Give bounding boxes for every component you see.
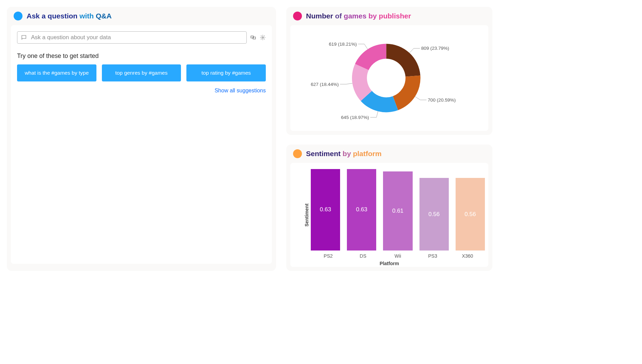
qa-title: Ask a question with Q&A (27, 12, 112, 20)
donut-slice-label: 627 (18.44%) (311, 82, 339, 87)
qa-card-body: Try one of these to get started what is … (11, 25, 272, 264)
qa-card: Ask a question with Q&A Try one of these… (7, 7, 276, 271)
suggestion-button[interactable]: top genres by #games (102, 64, 181, 81)
bar-value-label: 0.61 (383, 171, 412, 251)
bar-xlabel: Platform (380, 261, 399, 266)
bar[interactable]: 0.56 (456, 166, 485, 251)
qa-helper-text: Try one of these to get started (17, 52, 266, 60)
suggestion-button[interactable]: what is the #games by type (17, 64, 96, 81)
bar-ylabel: Sentiment (304, 203, 309, 227)
bar-card-body: Sentiment 0.630.630.610.560.56 PS2DSWiiP… (290, 163, 488, 267)
bar-category-label: DS (346, 253, 380, 259)
donut-dot-icon (293, 12, 302, 20)
bar-dot-icon (293, 149, 302, 158)
bar-chart: 0.630.630.610.560.56 (311, 166, 485, 251)
related-icon[interactable] (250, 34, 256, 41)
bar[interactable]: 0.56 (419, 166, 449, 251)
bar-category-label: Wii (380, 253, 415, 259)
qa-dot-icon (14, 12, 22, 20)
donut-slice-label: 809 (23.79%) (421, 46, 449, 51)
chat-icon (21, 34, 27, 41)
donut-card-body: 809 (23.79%)700 (20.59%)645 (18.97%)627 … (290, 25, 488, 131)
qa-card-header: Ask a question with Q&A (7, 7, 276, 25)
bar-value-label: 0.56 (456, 178, 485, 251)
bar-value-label: 0.63 (347, 169, 376, 251)
svg-point-2 (262, 37, 264, 39)
bar-title: Sentiment by platform (306, 150, 382, 158)
bar-value-label: 0.56 (419, 178, 449, 251)
bar-xaxis-labels: PS2DSWiiPS3X360 (311, 253, 485, 259)
bar-card-header: Sentiment by platform (286, 145, 492, 163)
gear-icon[interactable] (260, 34, 266, 41)
donut-slice-label: 700 (20.59%) (428, 97, 456, 103)
bar-card: Sentiment by platform Sentiment 0.630.63… (286, 145, 492, 271)
bar-value-label: 0.63 (311, 169, 340, 251)
bar-category-label: X360 (450, 253, 485, 259)
bar-category-label: PS3 (415, 253, 450, 259)
donut-title: Number of games by publisher (306, 12, 411, 20)
donut-slice[interactable] (393, 75, 421, 110)
donut-slice[interactable] (386, 44, 420, 77)
donut-card: Number of games by publisher 809 (23.79%… (286, 7, 492, 135)
bar-category-label: PS2 (311, 253, 346, 259)
bar[interactable]: 0.61 (383, 166, 412, 251)
donut-chart: 809 (23.79%)700 (20.59%)645 (18.97%)627 … (296, 31, 482, 125)
donut-slice-label: 619 (18.21%) (329, 42, 357, 47)
show-all-suggestions-link[interactable]: Show all suggestions (17, 88, 266, 94)
suggestion-button[interactable]: top rating by #games (186, 64, 266, 81)
bar[interactable]: 0.63 (311, 166, 340, 251)
donut-card-header: Number of games by publisher (286, 7, 492, 25)
donut-slice-label: 645 (18.97%) (341, 115, 369, 120)
bar[interactable]: 0.63 (347, 166, 376, 251)
qa-input-box[interactable] (17, 31, 247, 44)
qa-input[interactable] (30, 34, 243, 41)
suggestions-row: what is the #games by typetop genres by … (17, 64, 266, 81)
